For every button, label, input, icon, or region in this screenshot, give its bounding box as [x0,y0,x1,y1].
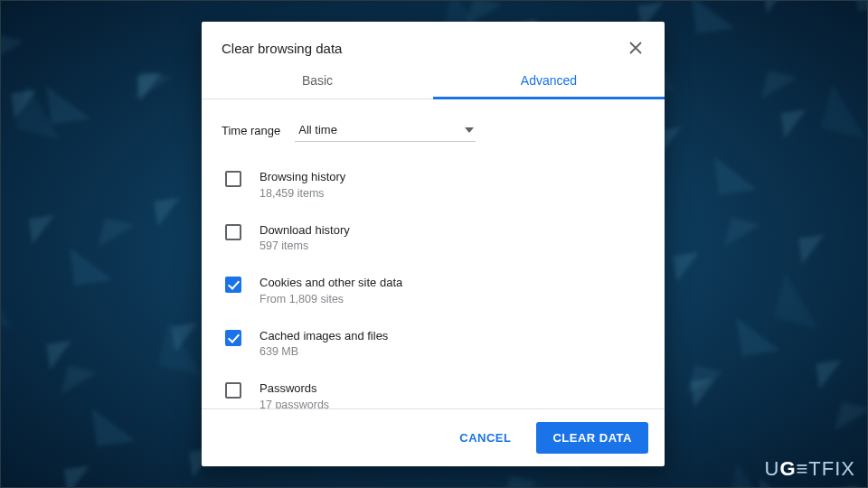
checkbox-browsing-history[interactable] [225,171,241,187]
list-item[interactable]: Browsing history 18,459 items [222,158,645,211]
dropdown-icon [465,126,474,135]
list-item[interactable]: Download history 597 items [222,211,645,265]
tabs: Basic Advanced [202,73,665,99]
time-range-row: Time range All time [222,99,645,155]
dialog-body: Time range All time Browsing history 18,… [202,99,665,408]
item-title: Download history [259,222,350,239]
item-text: Download history 597 items [259,222,350,253]
item-sub: 597 items [259,239,350,252]
item-text: Passwords 17 passwords [259,380,329,408]
time-range-value: All time [298,123,337,136]
item-sub: 17 passwords [259,399,329,408]
item-sub: 639 MB [259,345,388,358]
checkbox-download-history[interactable] [225,224,241,240]
watermark: UG≡TFIX [764,457,855,481]
close-icon [629,42,642,54]
time-range-label: Time range [222,124,280,137]
item-title: Cached images and files [259,328,388,344]
time-range-select[interactable]: All time [295,119,476,142]
dialog-header: Clear browsing data [202,22,665,73]
item-title: Cookies and other site data [259,275,402,291]
item-sub: From 1,809 sites [259,293,402,305]
tab-advanced[interactable]: Advanced [433,73,665,99]
item-sub: 18,459 items [259,187,345,200]
options-list: Browsing history 18,459 items Download h… [222,155,645,408]
checkbox-passwords[interactable] [225,382,241,399]
item-text: Cookies and other site data From 1,809 s… [259,275,402,305]
list-item[interactable]: Cached images and files 639 MB [222,317,645,371]
clear-browsing-data-dialog: Clear browsing data Basic Advanced Time … [202,22,665,466]
close-button[interactable] [623,35,648,61]
item-title: Passwords [259,380,329,397]
item-title: Browsing history [259,169,345,185]
dialog-footer: CANCEL CLEAR DATA [202,408,665,466]
checkbox-cookies[interactable] [225,277,241,293]
list-item[interactable]: Passwords 17 passwords [222,370,645,408]
clear-data-button[interactable]: CLEAR DATA [536,422,648,454]
item-text: Cached images and files 639 MB [259,328,388,359]
cancel-button[interactable]: CANCEL [443,422,527,454]
checkbox-cached[interactable] [225,330,241,346]
tab-basic[interactable]: Basic [202,73,433,99]
item-text: Browsing history 18,459 items [259,169,345,200]
list-item[interactable]: Cookies and other site data From 1,809 s… [222,264,645,317]
dialog-title: Clear browsing data [222,41,342,56]
